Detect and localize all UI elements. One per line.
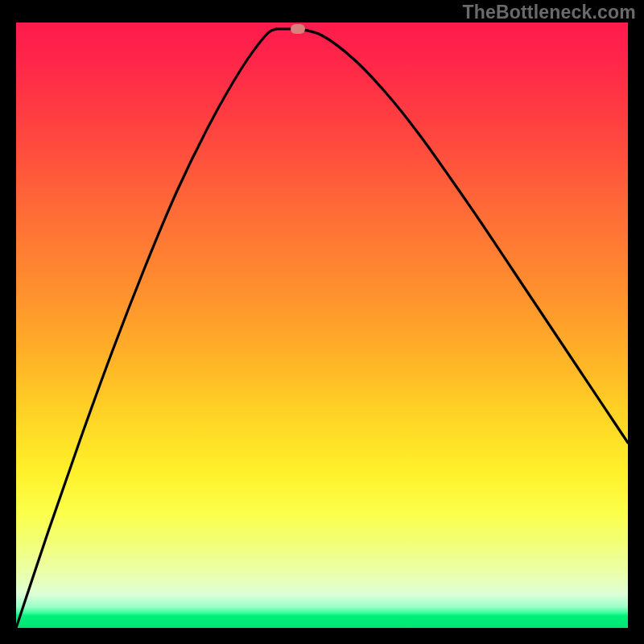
curve-left — [16, 29, 276, 628]
watermark-text: TheBottleneck.com — [462, 2, 636, 23]
chart-frame: TheBottleneck.com — [0, 0, 644, 644]
plot-area — [16, 23, 628, 628]
optimal-marker — [291, 24, 305, 34]
curve-right — [298, 29, 628, 443]
bottleneck-curve — [16, 23, 628, 628]
